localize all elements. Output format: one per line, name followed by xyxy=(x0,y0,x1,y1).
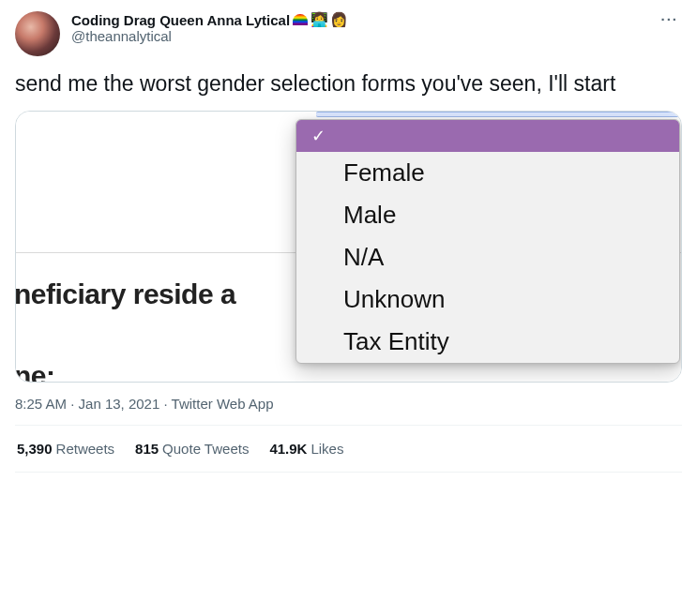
divider xyxy=(15,472,682,473)
dropdown-option: N/A xyxy=(296,236,679,278)
more-button[interactable]: ··· xyxy=(657,11,682,27)
tweet-text: send me the worst gender selection forms… xyxy=(15,69,682,98)
retweets-count: 5,390 xyxy=(17,441,53,457)
meta-sep: · xyxy=(163,396,171,412)
avatar[interactable] xyxy=(15,11,60,56)
tweet-source: Twitter Web App xyxy=(172,396,274,412)
retweets-label: Retweets xyxy=(56,441,115,457)
tweet-date: Jan 13, 2021 xyxy=(79,396,160,412)
meta-sep: · xyxy=(70,396,78,412)
embedded-screenshot: neficiary reside a ne: ✓ Female Male N/A… xyxy=(16,112,681,382)
quotes-label: Quote Tweets xyxy=(162,441,249,457)
dropdown-option: Male xyxy=(296,194,679,236)
likes-label: Likes xyxy=(311,441,343,457)
tweet-time: 8:25 AM xyxy=(15,396,67,412)
tweet-stats: 5,390Retweets 815Quote Tweets 41.9KLikes xyxy=(15,426,682,472)
technologist-emoji: 👩‍💻 xyxy=(311,11,328,28)
dropdown-selected-row: ✓ xyxy=(296,120,679,152)
display-name: Coding Drag Queen Anna Lytical 👩‍💻 👩 xyxy=(71,11,657,28)
rainbow-icon xyxy=(293,14,308,25)
bg-cropped-text-2: ne: xyxy=(15,360,55,383)
retweets-stat[interactable]: 5,390Retweets xyxy=(17,441,114,457)
tweet-meta[interactable]: 8:25 AM · Jan 13, 2021 · Twitter Web App xyxy=(15,396,682,412)
dropdown-option: Unknown xyxy=(296,278,679,321)
user-handle: @theannalytical xyxy=(71,28,657,44)
dropdown-option: Tax Entity xyxy=(296,321,679,363)
display-name-text: Coding Drag Queen Anna Lytical xyxy=(71,12,290,28)
bg-field-outline xyxy=(316,112,681,117)
tweet-header: Coding Drag Queen Anna Lytical 👩‍💻 👩 @th… xyxy=(15,11,682,56)
bg-cropped-text-1: neficiary reside a xyxy=(15,278,235,310)
dropdown-option: Female xyxy=(296,152,679,194)
likes-stat[interactable]: 41.9KLikes xyxy=(269,441,343,457)
woman-emoji: 👩 xyxy=(330,11,348,28)
tweet-container: Coding Drag Queen Anna Lytical 👩‍💻 👩 @th… xyxy=(0,0,697,476)
gender-dropdown: ✓ Female Male N/A Unknown Tax Entity xyxy=(295,119,680,364)
quotes-stat[interactable]: 815Quote Tweets xyxy=(135,441,249,457)
quotes-count: 815 xyxy=(135,441,159,457)
user-block[interactable]: Coding Drag Queen Anna Lytical 👩‍💻 👩 @th… xyxy=(71,11,657,44)
likes-count: 41.9K xyxy=(269,441,307,457)
tweet-media[interactable]: neficiary reside a ne: ✓ Female Male N/A… xyxy=(15,111,682,383)
checkmark-icon: ✓ xyxy=(311,126,326,146)
